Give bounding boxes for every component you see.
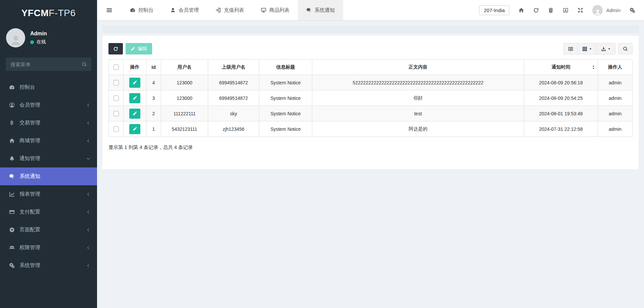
sidebar-item-label: 商城管理 — [19, 137, 40, 144]
cell-id: 1 — [146, 121, 161, 137]
sidebar-item-payment-config[interactable]: 支付配置 — [0, 203, 97, 221]
main-area: 控制台 会员管理 充值列表 商品列表 系统通知 207-India — [97, 0, 644, 308]
columns-grid-icon — [582, 46, 587, 51]
search-icon — [82, 62, 87, 67]
sidebar-item-label: 权限管理 — [19, 244, 40, 251]
user-name: Admin — [606, 7, 620, 13]
header-parent-username: 上级用户名 — [208, 60, 259, 75]
sidebar-item-system-notice[interactable]: 系统通知 — [0, 167, 97, 185]
logo-bold: YFCM — [21, 8, 49, 18]
cell-parent: 69949514872 — [208, 90, 259, 106]
online-dot — [30, 40, 34, 44]
pencil-icon — [133, 96, 137, 100]
fullscreen-button[interactable] — [578, 7, 583, 13]
sign-in-icon — [216, 7, 221, 13]
row-checkbox[interactable] — [113, 95, 119, 101]
logo-light: F-TP6 — [49, 8, 76, 18]
cell-id: 2 — [146, 106, 161, 121]
chevron-left-icon — [86, 228, 90, 232]
home-icon — [9, 138, 15, 144]
tab-dashboard[interactable]: 控制台 — [122, 0, 162, 20]
sidebar-item-system[interactable]: 系统管理 — [0, 257, 97, 274]
cell-parent: sky — [208, 106, 259, 121]
header-notice-time[interactable]: 通知时间 — [524, 60, 598, 75]
sidebar-item-notifications[interactable]: 通知管理 — [0, 150, 97, 167]
tab-members[interactable]: 会员管理 — [162, 0, 207, 20]
search-icon — [623, 46, 628, 51]
refresh-table-button[interactable] — [108, 43, 123, 54]
sidebar-item-label: 会员管理 — [19, 102, 40, 109]
header-title: 信息标题 — [259, 60, 312, 75]
dashboard-icon — [9, 84, 15, 90]
edit-button[interactable]: 编辑 — [126, 43, 152, 54]
sort-icon — [592, 65, 595, 70]
edit-button-label: 编辑 — [138, 46, 147, 52]
cell-operate — [124, 121, 146, 137]
site-badge[interactable]: 207-India — [479, 5, 510, 15]
avatar — [592, 5, 603, 15]
refresh-button[interactable] — [533, 7, 539, 13]
cell-operate — [124, 106, 146, 121]
sidebar-item-permissions[interactable]: 权限管理 — [0, 239, 97, 257]
table-search-button[interactable] — [618, 43, 633, 54]
sidebar-menu: 控制台 会员管理 交易管理 商城管理 通知管理 系统通知 报表管理 — [0, 78, 97, 274]
cell-content: 阿达是的 — [312, 121, 524, 137]
user-status: 在线 — [30, 39, 47, 45]
header-operator: 操作人 — [598, 60, 633, 75]
cell-parent: zjh123456 — [208, 121, 259, 137]
pencil-icon — [133, 127, 137, 131]
row-checkbox[interactable] — [113, 126, 119, 132]
translate-icon — [563, 7, 568, 13]
chevron-left-icon — [86, 246, 90, 250]
sidebar-item-members[interactable]: 会员管理 — [0, 96, 97, 114]
sidebar-item-trades[interactable]: 交易管理 — [0, 114, 97, 132]
row-edit-button[interactable] — [129, 124, 140, 134]
cell-id: 3 — [146, 90, 161, 106]
settings-button[interactable] — [630, 7, 635, 13]
sidebar-item-dashboard[interactable]: 控制台 — [0, 78, 97, 96]
navbar-right: 207-India Admin — [479, 0, 644, 20]
chevron-left-icon — [86, 103, 90, 107]
chevron-left-icon — [86, 121, 90, 125]
tab-label: 会员管理 — [179, 7, 199, 13]
user-menu[interactable]: Admin — [592, 5, 620, 15]
sidebar-item-reports[interactable]: 报表管理 — [0, 185, 97, 203]
sidebar-item-page-config[interactable]: 页面配置 — [0, 221, 97, 239]
table-row: 1 5432123111 zjh123456 System Notice 阿达是… — [109, 121, 633, 137]
export-dropdown-button[interactable] — [597, 43, 615, 54]
refresh-icon — [113, 46, 118, 51]
table-row: 3 123000 69949514872 System Notice 你好 20… — [109, 90, 633, 106]
tab-label: 系统通知 — [315, 7, 335, 13]
language-button[interactable] — [563, 7, 568, 13]
tab-product-list[interactable]: 商品列表 — [252, 0, 298, 20]
records-summary: 显示第 1 到第 4 条记录，总共 4 条记录 — [108, 144, 633, 151]
users-icon — [9, 245, 15, 251]
top-navbar: 控制台 会员管理 充值列表 商品列表 系统通知 207-India — [97, 0, 644, 20]
row-checkbox[interactable] — [113, 80, 119, 85]
hamburger-icon — [106, 7, 112, 13]
pencil-icon — [133, 111, 137, 116]
row-edit-button[interactable] — [129, 93, 140, 103]
select-all-checkbox[interactable] — [113, 65, 119, 70]
row-edit-button[interactable] — [129, 109, 140, 119]
sidebar-toggle-button[interactable] — [97, 0, 122, 20]
search-input[interactable] — [6, 57, 91, 71]
tab-recharge-list[interactable]: 充值列表 — [207, 0, 252, 20]
list-view-icon — [568, 46, 573, 51]
sidebar-item-mall[interactable]: 商城管理 — [0, 132, 97, 150]
sidebar-item-label: 控制台 — [19, 84, 35, 91]
home-button[interactable] — [518, 7, 524, 13]
table-row: 4 123000 69949514872 System Notice 52222… — [109, 75, 633, 90]
row-checkbox[interactable] — [113, 111, 119, 116]
cell-content: 5222222222222222222222222222222222222222… — [312, 75, 524, 90]
gear-icon — [9, 227, 15, 233]
cell-username: 123000 — [161, 75, 208, 90]
chevron-left-icon — [86, 139, 90, 143]
list-view-button[interactable] — [563, 43, 578, 54]
cell-id: 4 — [146, 75, 161, 90]
columns-dropdown-button[interactable] — [578, 43, 597, 54]
refresh-icon — [533, 7, 539, 13]
clear-cache-button[interactable] — [548, 7, 554, 13]
tab-system-notice[interactable]: 系统通知 — [298, 0, 343, 20]
row-edit-button[interactable] — [129, 78, 140, 88]
